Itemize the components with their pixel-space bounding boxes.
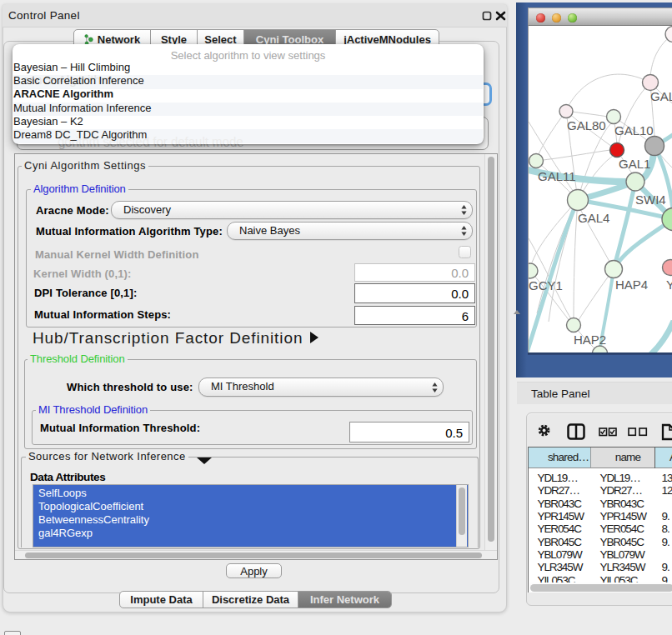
svg-text:GAL7: GAL7 (650, 89, 672, 103)
svg-text:GAL11: GAL11 (538, 169, 576, 183)
svg-text:GAL4: GAL4 (578, 211, 609, 225)
svg-text:HAP2: HAP2 (574, 332, 606, 347)
svg-text:SWI4: SWI4 (635, 192, 666, 207)
svg-text:Y: Y (666, 278, 672, 292)
svg-text:GAL10: GAL10 (614, 123, 654, 138)
svg-text:GAL1: GAL1 (619, 157, 650, 171)
svg-text:HAP4: HAP4 (615, 278, 648, 292)
svg-text:GCY1: GCY1 (529, 278, 563, 292)
svg-text:GAL80: GAL80 (567, 118, 606, 132)
